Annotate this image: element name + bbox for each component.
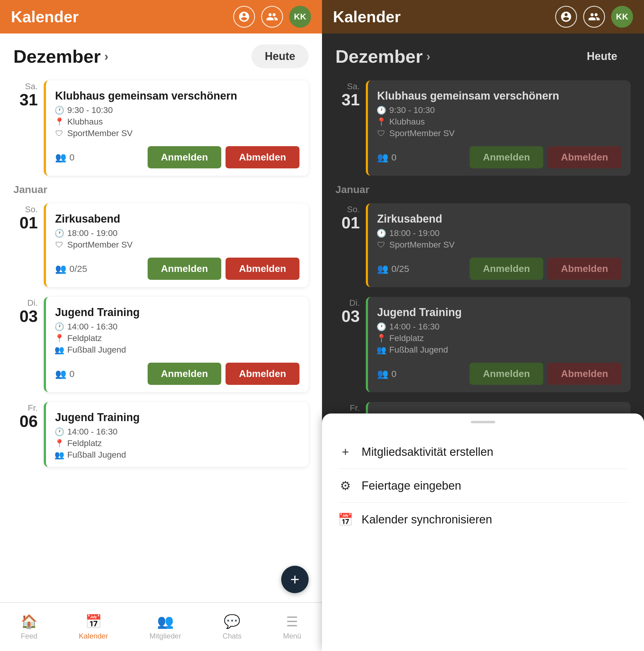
right-attendees-dec31: 👥 0 (377, 152, 396, 163)
right-event-row-dec31: Sa. 31 Klubhaus gemeinsam verschönern 🕐 … (322, 75, 644, 181)
sheet-handle (471, 421, 495, 423)
location-icon: 📍 (55, 118, 64, 126)
sheet-item-create-activity[interactable]: + Mitgliedsaktivität erstellen (322, 435, 644, 469)
nav-item-feed[interactable]: 🏠 Feed (21, 614, 37, 640)
right-event-organizer-dec31: 🛡 SportMember SV (377, 128, 621, 138)
right-panel: Kalender KK Dezember › Heute Sa. 31 (322, 0, 644, 651)
left-avatar[interactable]: KK (289, 6, 311, 28)
day-num-jan06: 06 (13, 413, 38, 429)
clock-icon-jan01: 🕐 (55, 229, 64, 238)
right-day-name-dec31: Sa. (335, 82, 360, 91)
kalender-icon: 📅 (85, 614, 102, 629)
group-nav-icon[interactable] (261, 6, 283, 28)
right-attendees-jan01: 👥 0/25 (377, 264, 409, 274)
right-month-title[interactable]: Dezember › (335, 46, 430, 67)
right-register-btn-dec31[interactable]: Anmelden (470, 146, 544, 168)
date-dec31: Sa. 31 (13, 81, 38, 176)
right-day-name-jan06: Fr. (335, 403, 360, 413)
right-event-location-dec31: 📍 Klubhaus (377, 117, 621, 127)
event-meta-jan01: 🕐 18:00 - 19:00 🛡 SportMember SV (55, 228, 299, 250)
bottom-nav: 🏠 Feed 📅 Kalender 👥 Mitglieder 💬 Chats ☰… (0, 602, 322, 651)
event-title-jan06: Jugend Training (55, 411, 299, 424)
register-btn-jan03[interactable]: Anmelden (148, 363, 222, 385)
right-event-meta-dec31: 🕐 9:30 - 10:30 📍 Klubhaus 🛡 SportMember … (377, 105, 621, 138)
event-card-dec31: Klubhaus gemeinsam verschönern 🕐 9:30 - … (44, 81, 309, 176)
right-btn-group-jan01: Anmelden Abmelden (470, 257, 621, 280)
nav-item-chats[interactable]: 💬 Chats (223, 614, 242, 640)
event-location-jan06: 📍 Feldplatz (55, 438, 299, 448)
right-event-meta-jan03: 🕐 14:00 - 16:30 📍 Feldplatz 👥 Fußball Ju… (377, 322, 621, 355)
right-register-btn-jan03[interactable]: Anmelden (470, 363, 544, 385)
right-shield-sm-icon: 🛡 (377, 129, 386, 137)
date-jan03: Di. 03 (13, 297, 38, 392)
right-today-button[interactable]: Heute (573, 44, 631, 68)
today-button[interactable]: Heute (251, 44, 309, 68)
right-clock-icon-jan03: 🕐 (377, 322, 386, 331)
plus-icon: + (338, 445, 353, 459)
left-month-title[interactable]: Dezember › (13, 46, 108, 67)
left-header-title: Kalender (11, 8, 79, 26)
event-organizer-jan03: 👥 Fußball Jugend (55, 345, 299, 355)
create-activity-label: Mitgliedsaktivität erstellen (361, 445, 493, 459)
right-event-footer-jan01: 👥 0/25 Anmelden Abmelden (377, 257, 621, 280)
right-event-organizer-jan01: 🛡 SportMember SV (377, 240, 621, 250)
nav-item-kalender[interactable]: 📅 Kalender (79, 614, 108, 640)
day-name-jan06: Fr. (13, 403, 38, 413)
unregister-btn-dec31[interactable]: Abmelden (226, 146, 299, 168)
right-day-name-jan01: So. (335, 205, 360, 214)
right-group-nav-icon[interactable] (583, 6, 605, 28)
left-month-header: Dezember › Heute (0, 33, 322, 75)
nav-item-menu[interactable]: ☰ Menü (283, 614, 301, 640)
left-header: Kalender KK (0, 0, 322, 33)
event-location-jan03: 📍 Feldplatz (55, 333, 299, 343)
sheet-item-feiertage[interactable]: ⚙ Feiertage eingeben (322, 469, 644, 502)
right-unregister-btn-dec31[interactable]: Abmelden (548, 146, 621, 168)
right-avatar[interactable]: KK (611, 6, 633, 28)
right-event-card-jan03: Jugend Training 🕐 14:00 - 16:30 📍 Feldpl… (366, 297, 631, 392)
event-card-jan01: Zirkusabend 🕐 18:00 - 19:00 🛡 SportMembe… (44, 204, 309, 287)
right-unregister-btn-jan01[interactable]: Abmelden (548, 257, 621, 280)
day-num-jan01: 01 (13, 214, 38, 231)
unregister-btn-jan01[interactable]: Abmelden (226, 257, 299, 280)
event-time-jan03: 🕐 14:00 - 16:30 (55, 322, 299, 332)
event-organizer-dec31: 🛡 SportMember SV (55, 128, 299, 138)
event-title-jan01: Zirkusabend (55, 213, 299, 225)
btn-group-dec31: Anmelden Abmelden (148, 146, 299, 168)
clock-icon-jan03: 🕐 (55, 322, 64, 331)
event-organizer-jan06: 👥 Fußball Jugend (55, 450, 299, 460)
left-calendar-body: Dezember › Heute Sa. 31 Klubhaus gemeins… (0, 33, 322, 651)
fab-add-button[interactable]: + (281, 566, 309, 593)
right-day-num-jan03: 03 (335, 308, 360, 324)
nav-item-mitglieder[interactable]: 👥 Mitglieder (150, 614, 181, 640)
calendar-sync-icon: 📅 (338, 513, 353, 527)
day-name-jan01: So. (13, 205, 38, 214)
event-footer-jan01: 👥 0/25 Anmelden Abmelden (55, 257, 299, 280)
calendar-nav-icon[interactable] (233, 6, 255, 28)
nav-label-kalender: Kalender (79, 632, 108, 640)
clock-icon-jan06: 🕐 (55, 428, 64, 436)
event-meta-jan03: 🕐 14:00 - 16:30 📍 Feldplatz 👥 Fußball Ju… (55, 322, 299, 355)
right-month-header: Dezember › Heute (322, 33, 644, 75)
right-attendees-icon-jan01: 👥 (377, 264, 388, 274)
right-month-chevron-icon: › (426, 50, 430, 63)
event-meta-dec31: 🕐 9:30 - 10:30 📍 Klubhaus 🛡 SportMember … (55, 105, 299, 138)
group-icon-jan06: 👥 (55, 451, 64, 459)
register-btn-jan01[interactable]: Anmelden (148, 257, 222, 280)
right-shield-icon-jan01: 🛡 (377, 241, 386, 249)
right-clock-icon: 🕐 (377, 106, 386, 115)
date-jan06: Fr. 06 (13, 402, 38, 467)
right-day-num-jan01: 01 (335, 214, 360, 231)
menu-icon: ☰ (286, 614, 298, 629)
attendees-icon-jan03: 👥 (55, 368, 66, 379)
register-btn-dec31[interactable]: Anmelden (148, 146, 222, 168)
event-title-jan03: Jugend Training (55, 306, 299, 319)
day-name-dec31: Sa. (13, 82, 38, 91)
right-calendar-nav-icon[interactable] (555, 6, 577, 28)
event-location-dec31: 📍 Klubhaus (55, 117, 299, 127)
right-unregister-btn-jan03[interactable]: Abmelden (548, 363, 621, 385)
right-header: Kalender KK (322, 0, 644, 33)
attendees-dec31: 👥 0 (55, 152, 74, 163)
right-register-btn-jan01[interactable]: Anmelden (470, 257, 544, 280)
unregister-btn-jan03[interactable]: Abmelden (226, 363, 299, 385)
sheet-item-sync[interactable]: 📅 Kalender synchronisieren (322, 503, 644, 536)
